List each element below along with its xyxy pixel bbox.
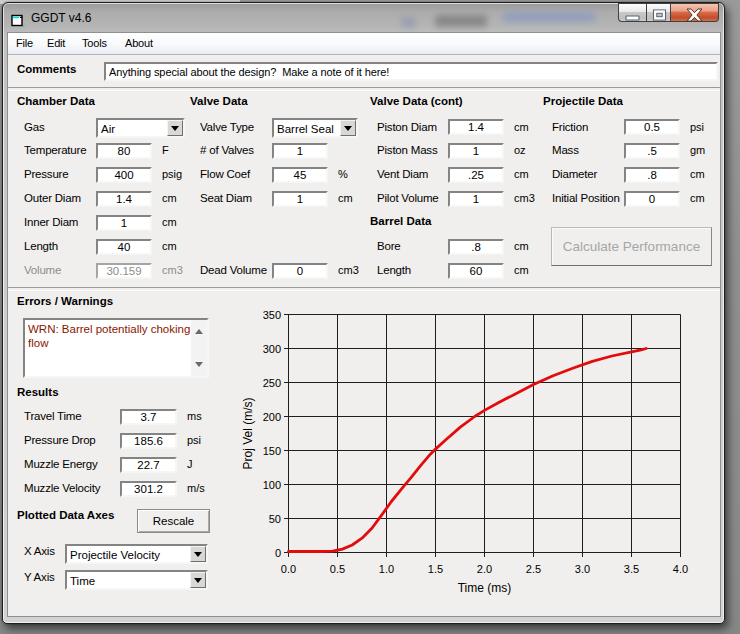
svg-text:300: 300 bbox=[263, 343, 281, 355]
svg-text:3.5: 3.5 bbox=[624, 563, 639, 575]
svg-text:3.0: 3.0 bbox=[575, 563, 590, 575]
svg-text:0.5: 0.5 bbox=[330, 563, 345, 575]
svg-text:4.0: 4.0 bbox=[673, 563, 688, 575]
svg-text:Time (ms): Time (ms) bbox=[458, 581, 512, 595]
svg-text:150: 150 bbox=[263, 445, 281, 457]
svg-text:1.5: 1.5 bbox=[428, 563, 443, 575]
svg-text:1.0: 1.0 bbox=[379, 563, 394, 575]
svg-text:0: 0 bbox=[275, 547, 281, 559]
svg-text:100: 100 bbox=[263, 479, 281, 491]
svg-text:250: 250 bbox=[263, 377, 281, 389]
svg-text:0.0: 0.0 bbox=[281, 563, 296, 575]
svg-text:350: 350 bbox=[263, 309, 281, 321]
svg-text:200: 200 bbox=[263, 411, 281, 423]
svg-text:50: 50 bbox=[269, 513, 281, 525]
svg-text:2.5: 2.5 bbox=[526, 563, 541, 575]
svg-text:Proj Vel (m/s): Proj Vel (m/s) bbox=[241, 397, 255, 469]
svg-text:2.0: 2.0 bbox=[477, 563, 492, 575]
